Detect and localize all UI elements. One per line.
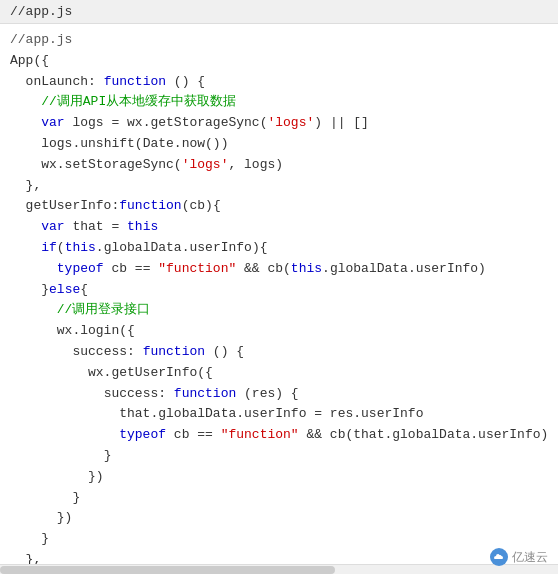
code-line: wx.login({: [10, 321, 548, 342]
code-line: logs.unshift(Date.now()): [10, 134, 548, 155]
string-literal: "function": [221, 427, 299, 442]
plain-text: that =: [65, 219, 127, 234]
code-line: }): [10, 467, 548, 488]
plain-text: [10, 261, 57, 276]
plain-text: wx.setStorageSync(: [41, 157, 181, 172]
scrollbar-thumb[interactable]: [0, 566, 335, 574]
plain-text: cb ==: [104, 261, 159, 276]
plain-text: () {: [166, 74, 205, 89]
code-line: App({: [10, 51, 548, 72]
keyword: this: [65, 240, 96, 255]
keyword: function: [104, 74, 166, 89]
plain-text: }: [41, 531, 49, 546]
plain-text: (: [57, 240, 65, 255]
plain-text: [10, 302, 57, 317]
keyword: typeof: [57, 261, 104, 276]
plain-text: .globalData.userInfo){: [96, 240, 268, 255]
code-line: }else{: [10, 280, 548, 301]
property: success: [72, 344, 127, 359]
property: onLaunch: [26, 74, 88, 89]
plain-text: [10, 94, 41, 109]
plain-text: {: [80, 282, 88, 297]
keyword: function: [174, 386, 236, 401]
code-line: getUserInfo:function(cb){: [10, 196, 548, 217]
code-line: }): [10, 508, 548, 529]
keyword: else: [49, 282, 80, 297]
plain-text: [10, 386, 104, 401]
code-line: }: [10, 446, 548, 467]
plain-text: [10, 365, 88, 380]
code-line: if(this.globalData.userInfo){: [10, 238, 548, 259]
code-line: //app.js: [10, 30, 548, 51]
code-line: //调用登录接口: [10, 300, 548, 321]
keyword: this: [291, 261, 322, 276]
code-line: typeof cb == "function" && cb(this.globa…: [10, 259, 548, 280]
plain-text: && cb(that.globalData.userInfo): [299, 427, 549, 442]
watermark: 亿速云: [490, 548, 548, 566]
string-literal: 'logs': [267, 115, 314, 130]
property: success: [104, 386, 159, 401]
plain-text: wx.login({: [57, 323, 135, 338]
plain-text: logs.unshift(Date.now()): [41, 136, 228, 151]
code-line: },: [10, 176, 548, 197]
keyword: function: [143, 344, 205, 359]
code-editor: //app.js //app.jsApp({ onLaunch: functio…: [0, 0, 558, 574]
plain-text: [10, 448, 104, 463]
plain-text: [10, 490, 72, 505]
code-line: //调用API从本地缓存中获取数据: [10, 92, 548, 113]
keyword: if: [41, 240, 57, 255]
keyword: var: [41, 115, 64, 130]
plain-text: [10, 240, 41, 255]
code-line: success: function (res) {: [10, 384, 548, 405]
file-header: //app.js: [0, 0, 558, 24]
plain-text: [10, 323, 57, 338]
plain-text: [10, 282, 41, 297]
plain-text: [10, 115, 41, 130]
plain-text: :: [127, 344, 143, 359]
plain-text: logs = wx.getStorageSync(: [65, 115, 268, 130]
keyword: function: [119, 198, 181, 213]
property: getUserInfo: [26, 198, 112, 213]
code-line: var logs = wx.getStorageSync('logs') || …: [10, 113, 548, 134]
comment: //调用登录接口: [57, 302, 151, 317]
plain-text: , logs): [228, 157, 283, 172]
plain-text: ) || []: [314, 115, 369, 130]
plain-text: },: [26, 178, 42, 193]
plain-text: && cb(: [236, 261, 291, 276]
cloud-icon: [490, 548, 508, 566]
plain-text: }: [72, 490, 80, 505]
plain-text: [10, 344, 72, 359]
plain-text: [10, 74, 26, 89]
code-line: onLaunch: function () {: [10, 72, 548, 93]
plain-text: [10, 157, 41, 172]
plain-text: [10, 510, 57, 525]
horizontal-scrollbar[interactable]: [0, 564, 558, 574]
plain-text: :: [158, 386, 174, 401]
plain-text: (cb){: [182, 198, 221, 213]
plain-text: [10, 219, 41, 234]
plain-text: [10, 136, 41, 151]
file-name: //app.js: [10, 4, 72, 19]
plain-text: [10, 531, 41, 546]
plain-text: [10, 406, 119, 421]
code-line: wx.getUserInfo({: [10, 363, 548, 384]
plain-text: (res) {: [236, 386, 298, 401]
code-line: that.globalData.userInfo = res.userInfo: [10, 404, 548, 425]
code-line: }: [10, 529, 548, 550]
comment: //调用API从本地缓存中获取数据: [41, 94, 236, 109]
plain-text: .globalData.userInfo): [322, 261, 486, 276]
plain-text: [10, 469, 88, 484]
code-line: typeof cb == "function" && cb(that.globa…: [10, 425, 548, 446]
plain-text: :: [88, 74, 104, 89]
code-line: var that = this: [10, 217, 548, 238]
plain-text: }: [104, 448, 112, 463]
plain-text: () {: [205, 344, 244, 359]
code-line: success: function () {: [10, 342, 548, 363]
plain-text: [10, 178, 26, 193]
plain-text: cb ==: [166, 427, 221, 442]
plain-text: wx.getUserInfo({: [88, 365, 213, 380]
plain-text: that.globalData.userInfo = res.userInfo: [119, 406, 423, 421]
plain-text: [10, 198, 26, 213]
plain-text: [10, 427, 119, 442]
plain-text: }): [88, 469, 104, 484]
